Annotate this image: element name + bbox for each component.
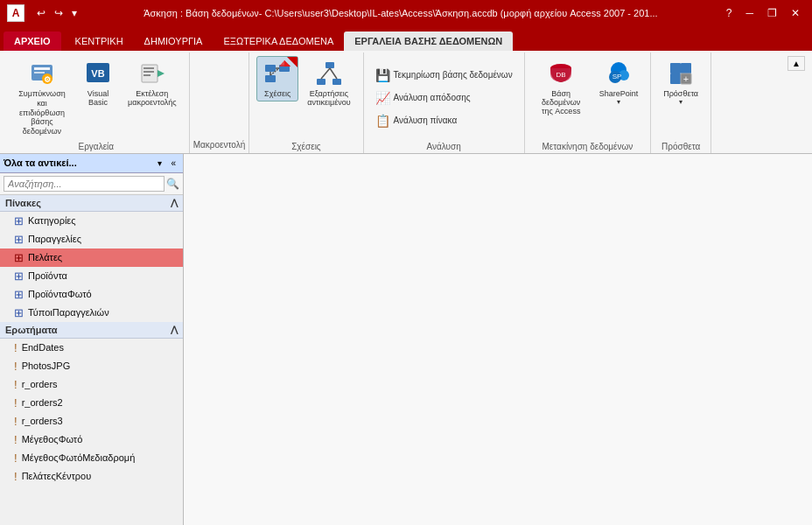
table-analysis-button[interactable]: 📋 Ανάλυση πίνακα (371, 111, 462, 130)
nav-item-orders[interactable]: ⊞ Παραγγελίες (0, 230, 183, 248)
nav-item-r-orders3[interactable]: ! r_orders3 (0, 412, 183, 430)
run-macro-button[interactable]: Εκτέλεσημακροεντολής (122, 56, 182, 110)
nav-item-label-r-orders: r_orders (22, 379, 58, 389)
nav-item-label-customers-center: ΠελάτεςΚέντρου (22, 471, 92, 481)
nav-item-label-enddates: EndDates (22, 342, 64, 353)
table-icon-categories: ⊞ (14, 214, 24, 228)
ribbon-group-tools: ⚙ Συμπύκνωση και επιδιόρθωσηβάσης δεδομέ… (4, 52, 190, 153)
nav-item-size-photo[interactable]: ! ΜέγεθοςΦωτό (0, 430, 183, 449)
backup-db-button[interactable]: 💾 Τεκμηρίωση βάσης δεδομένων (371, 66, 517, 85)
nav-search-bar: 🔍 (0, 173, 183, 195)
access-db-icon: DB (547, 60, 575, 88)
nav-item-products-photo[interactable]: ⊞ ΠροϊόνταΦωτό (0, 285, 183, 304)
tab-external[interactable]: ΕΞΩΤΕΡΙΚΑ ΔΕΔΟΜΕΝΑ (213, 32, 344, 51)
vba-button[interactable]: VB VisualBasic (77, 56, 119, 110)
qat-dropdown-button[interactable]: ▾ (68, 5, 80, 21)
nav-item-r-orders[interactable]: ! r_orders (0, 375, 183, 394)
svg-rect-8 (144, 67, 154, 69)
tab-db-tools[interactable]: ΕΡΓΑΛΕΙΑ ΒΑΣΗΣ ΔΕΔΟΜΕΝΩΝ (344, 32, 513, 51)
undo-button[interactable]: ↩ (33, 5, 49, 21)
tables-section-label: Πίνακες (5, 198, 41, 208)
nav-section-tables[interactable]: Πίνακες ⋀ (0, 195, 183, 212)
main-area: Όλα τα αντικεί... ▾ « 🔍 Πίνακες ⋀ ⊞ Κατη… (0, 154, 812, 525)
compact-icon: ⚙ (28, 60, 56, 88)
access-db-button[interactable]: DB Βάση δεδομένωντης Access (532, 56, 591, 119)
content-area (184, 154, 812, 525)
ribbon-collapse[interactable]: ▲ (784, 52, 808, 153)
query-icon-size-photo-media: ! (14, 452, 18, 465)
nav-item-label-orders: Παραγγελίες (28, 234, 81, 244)
nav-section-queries[interactable]: Ερωτήματα ⋀ (0, 322, 183, 339)
restore-button[interactable]: ❐ (762, 5, 782, 21)
collapse-ribbon-button[interactable]: ▲ (788, 56, 805, 71)
svg-line-24 (330, 68, 337, 79)
relations-group-label: Σχέσεις (291, 140, 321, 151)
nav-item-size-photo-media[interactable]: ! ΜέγεθοςΦωτόΜεδιαδρομή (0, 449, 183, 467)
quick-access-toolbar: ↩ ↪ ▾ (33, 5, 80, 21)
macro-icon (138, 60, 166, 88)
tab-create[interactable]: ΔΗΜΙΟΥΡΓΙΑ (134, 32, 214, 51)
query-icon-photosjpg: ! (14, 360, 18, 373)
query-icon-r-orders3: ! (14, 415, 18, 428)
table-icon-products: ⊞ (14, 270, 24, 283)
ribbon-group-macros: Μακροεντολή (190, 52, 250, 153)
svg-rect-22 (332, 79, 341, 85)
perf-analysis-button[interactable]: 📈 Ανάλυση απόδοσης (371, 88, 475, 108)
redo-button[interactable]: ↪ (51, 5, 66, 21)
nav-item-r-orders2[interactable]: ! r_orders2 (0, 394, 183, 412)
nav-item-order-types[interactable]: ⊞ ΤύποιΠαραγγελιών (0, 304, 183, 322)
nav-item-label-products: Προϊόντα (28, 270, 67, 281)
nav-item-categories[interactable]: ⊞ Κατηγορίες (0, 212, 183, 230)
nav-item-customers[interactable]: ⊞ Πελάτες (0, 248, 183, 267)
backup-label: Τεκμηρίωση βάσης δεδομένων (394, 70, 513, 80)
svg-rect-31 (670, 63, 681, 74)
perf-icon: 📈 (375, 91, 390, 105)
query-icon-r-orders: ! (14, 378, 18, 391)
sharepoint-label: SharePoint (599, 89, 639, 98)
relations-button[interactable]: Σχέσεις (256, 56, 298, 102)
nav-item-label-size-photo: ΜέγεθοςΦωτό (22, 434, 83, 444)
close-button[interactable]: ✕ (786, 5, 805, 21)
svg-text:VB: VB (91, 68, 104, 79)
table-anal-label: Ανάλυση πίνακα (394, 116, 458, 125)
nav-item-products[interactable]: ⊞ Προϊόντα (0, 267, 183, 285)
navigation-panel: Όλα τα αντικεί... ▾ « 🔍 Πίνακες ⋀ ⊞ Κατη… (0, 154, 184, 525)
svg-marker-11 (158, 70, 164, 77)
window-title: Άσκηση : Βάση δεδομένων- C:\Users\user3\… (80, 8, 721, 18)
move-group-label: Μετακίνηση δεδομένων (542, 140, 634, 151)
sharepoint-dropdown: ▾ (617, 98, 620, 106)
nav-item-customers-center[interactable]: ! ΠελάτεςΚέντρου (0, 467, 183, 486)
nav-item-photosjpg[interactable]: ! PhotosJPG (0, 357, 183, 375)
minimize-button[interactable]: ─ (740, 5, 759, 21)
tab-file[interactable]: ΑΡΧΕΙΟ (4, 32, 61, 51)
ribbon-group-analysis: 💾 Τεκμηρίωση βάσης δεδομένων 📈 Ανάλυση α… (364, 52, 525, 153)
object-deps-button[interactable]: Εξαρτήσειςαντικειμένου (302, 56, 355, 110)
ribbon-group-relations: Σχέσεις Εξαρτήσειςαντικειμένου Σχέσεις (249, 52, 363, 153)
vba-icon: VB (84, 60, 112, 88)
analysis-content: 💾 Τεκμηρίωση βάσης δεδομένων 📈 Ανάλυση α… (371, 56, 517, 140)
nav-menu-button[interactable]: ▾ (154, 157, 165, 170)
compact-label: Συμπύκνωση και επιδιόρθωσηβάσης δεδομένω… (16, 89, 68, 136)
table-icon-products-photo: ⊞ (14, 288, 24, 301)
help-button[interactable]: ? (721, 5, 738, 21)
tools-group-content: ⚙ Συμπύκνωση και επιδιόρθωσηβάσης δεδομέ… (10, 56, 182, 140)
nav-item-label-products-photo: ΠροϊόνταΦωτό (28, 289, 92, 299)
tab-home[interactable]: ΚΕΝΤΡΙΚΗ (65, 32, 134, 51)
nav-item-enddates[interactable]: ! EndDates (0, 339, 183, 357)
nav-search-input[interactable] (4, 176, 164, 192)
nav-item-label-r-orders2: r_orders2 (22, 397, 63, 408)
nav-collapse-button[interactable]: « (167, 157, 179, 170)
svg-rect-2 (34, 72, 45, 74)
search-icon: 🔍 (166, 178, 179, 190)
nav-scroll-area[interactable]: Πίνακες ⋀ ⊞ Κατηγορίες ⊞ Παραγγελίες ⊞ Π… (0, 195, 183, 525)
sharepoint-button[interactable]: SP SharePoint ▾ (594, 56, 644, 109)
backup-icon: 💾 (375, 68, 390, 82)
move-content: DB Βάση δεδομένωντης Access SP SharePoin… (532, 56, 644, 140)
queries-section-label: Ερωτήματα (5, 325, 58, 335)
addons-group-label: Πρόσθετα (662, 140, 700, 151)
svg-rect-14 (265, 75, 276, 82)
addons-button[interactable]: + Πρόσθετα ▾ (658, 56, 704, 109)
compact-repair-button[interactable]: ⚙ Συμπύκνωση και επιδιόρθωσηβάσης δεδομέ… (10, 56, 74, 140)
nav-item-label-photosjpg: PhotosJPG (22, 360, 71, 371)
sharepoint-icon: SP (605, 60, 633, 88)
